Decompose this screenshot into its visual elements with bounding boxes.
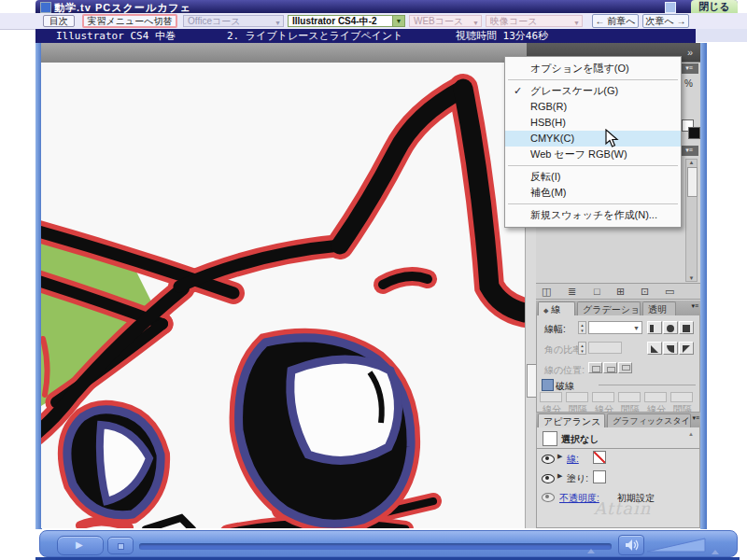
stroke-panel-flyout-icon[interactable]: ▾≡: [691, 302, 698, 310]
stroke-proxy-swatch[interactable]: [688, 127, 700, 139]
swatch-options-icon[interactable]: □: [594, 286, 600, 297]
menu-item-grayscale[interactable]: ✓グレースケール(G): [505, 83, 681, 99]
video-course-select[interactable]: 映像コース▼: [486, 15, 583, 27]
swatch-libraries-icon[interactable]: ◫: [542, 286, 551, 298]
expand-arrow-icon[interactable]: ▶: [557, 472, 562, 480]
visibility-eye-icon[interactable]: [542, 493, 555, 502]
menu-separator: [508, 165, 678, 166]
menu-item-cmyk[interactable]: CMYK(C): [505, 131, 681, 147]
stroke-none-swatch[interactable]: [593, 451, 606, 464]
miter-stepper[interactable]: ▴▾: [578, 342, 586, 355]
gap-input-1[interactable]: [566, 392, 588, 402]
stroke-attr-label[interactable]: 線:: [567, 453, 579, 466]
fill-attr-label[interactable]: 塗り:: [567, 472, 588, 485]
dash-input-1[interactable]: [540, 392, 562, 402]
next-chapter-button[interactable]: 次章へ →: [642, 14, 689, 28]
speaker-icon: [620, 537, 642, 553]
appearance-panel-flyout-icon[interactable]: ▾≡: [692, 414, 699, 422]
swatches-panel-flyout-icon[interactable]: ▾≡: [680, 146, 698, 156]
visibility-eye-icon[interactable]: [542, 474, 555, 483]
mute-button[interactable]: [618, 535, 644, 555]
illustrator-app-bar: [41, 43, 527, 63]
menu-item-complement[interactable]: 補色(M): [505, 185, 681, 201]
menu-item-hsb[interactable]: HSB(H): [505, 115, 681, 131]
mouse-cursor: [605, 129, 619, 148]
dashed-line-checkbox[interactable]: [542, 379, 554, 391]
delete-swatch-icon[interactable]: ▭: [665, 286, 674, 298]
swatches-icon-row: ◫ ≣ □ ⊞ ⊡ ▭: [536, 283, 700, 300]
new-color-group-icon[interactable]: ⊞: [616, 286, 625, 298]
scroll-down-icon[interactable]: ▼: [686, 275, 697, 281]
join-round-button[interactable]: [663, 342, 678, 355]
tab-stroke[interactable]: ◆ 線: [538, 301, 575, 315]
new-swatch-icon[interactable]: ⊡: [641, 286, 649, 298]
toolbar-filler: [696, 29, 747, 42]
minimize-icon[interactable]: [665, 2, 676, 13]
left-eye: [67, 410, 161, 515]
percent-label: %: [684, 78, 693, 89]
scrollbar-thumb[interactable]: [687, 167, 698, 197]
illustrator-course-select[interactable]: Illustrator CS4-中-2 ▼: [288, 15, 405, 27]
marker-triangle-icon: [587, 549, 595, 553]
cat-artwork: [41, 63, 525, 528]
prev-chapter-button[interactable]: ← 前章へ: [592, 14, 639, 28]
switch-menu-button[interactable]: 実習メニューへ切替: [82, 14, 177, 28]
stroke-weight-input[interactable]: ▼: [588, 321, 642, 334]
toc-button[interactable]: 目次: [43, 15, 75, 27]
web-course-select[interactable]: WEBコース▼: [409, 15, 482, 27]
menu-item-web-safe-rgb[interactable]: Web セーフ RGB(W): [505, 147, 681, 162]
cap-round-button[interactable]: [663, 321, 678, 334]
visibility-eye-icon[interactable]: [542, 455, 555, 464]
chevron-down-icon: ▼: [573, 18, 580, 27]
cap-butt-button[interactable]: [647, 321, 662, 334]
tab-transparency[interactable]: 透明: [642, 301, 676, 315]
join-miter-button[interactable]: [647, 342, 662, 355]
swatches-scrollbar[interactable]: ▲ ▼: [685, 159, 698, 282]
artboard-canvas[interactable]: [41, 63, 525, 528]
align-inside-button[interactable]: [603, 362, 617, 373]
play-icon: ▶: [76, 539, 83, 550]
align-center-button[interactable]: [588, 362, 602, 373]
color-panel-flyout-icon[interactable]: ▾≡: [680, 63, 698, 74]
seek-track[interactable]: [139, 543, 612, 550]
fill-white-swatch[interactable]: [593, 470, 606, 483]
watch-time: 視聴時間 13分46秒: [456, 29, 548, 43]
expand-arrow-icon[interactable]: ▶: [557, 453, 562, 460]
gap-input-2[interactable]: [618, 392, 641, 402]
scroll-up-icon[interactable]: ▲: [686, 160, 697, 165]
divider: [537, 448, 699, 449]
toolbar: 目次 実習メニューへ切替 Officeコース▼ Illustrator CS4-…: [0, 13, 747, 30]
miter-input[interactable]: [588, 342, 622, 354]
info-bar: Illustrator CS4 中巻 2. ライブトレースとライブペイント 視聴…: [35, 29, 696, 43]
tab-gradient[interactable]: グラデーション: [577, 301, 641, 315]
join-bevel-button[interactable]: [679, 342, 694, 355]
play-button[interactable]: ▶: [57, 536, 104, 555]
tab-graphic-styles[interactable]: グラフィックスタイル: [607, 413, 691, 427]
app-icon: [40, 2, 51, 13]
scroll-up-icon[interactable]: ▲: [688, 431, 694, 437]
chapter-title: 2. ライブトレースとライブペイント: [227, 29, 402, 43]
cap-projecting-button[interactable]: [679, 321, 694, 334]
swatch-kinds-icon[interactable]: ≣: [568, 286, 576, 298]
menu-item-rgb[interactable]: RGB(R): [505, 99, 681, 115]
align-outside-button[interactable]: [618, 362, 632, 373]
tab-appearance[interactable]: アピアランス: [538, 413, 605, 427]
appearance-panel-tabbar: アピアランス グラフィックスタイル ▾≡: [536, 413, 700, 427]
gap-input-3[interactable]: [670, 392, 693, 402]
volume-slider[interactable]: [647, 538, 707, 553]
collapse-dock-icon[interactable]: »: [687, 47, 693, 58]
tab-grip-icon: ◆: [543, 307, 548, 314]
chevron-down-icon[interactable]: ▼: [633, 325, 640, 331]
seek-thumb-button[interactable]: [107, 537, 134, 554]
office-course-select[interactable]: Officeコース▼: [183, 15, 284, 27]
menu-item-hide-options[interactable]: オプションを隠す(O): [505, 61, 681, 77]
close-button[interactable]: 閉じる: [691, 0, 738, 13]
stroke-weight-stepper[interactable]: ▴▾: [578, 321, 586, 334]
swatches-context-menu: オプションを隠す(O) ✓グレースケール(G) RGB(R) HSB(H) CM…: [504, 56, 682, 228]
dash-input-2[interactable]: [592, 392, 614, 402]
menu-separator: [508, 79, 678, 80]
dash-input-3[interactable]: [644, 392, 667, 402]
menu-item-create-new-swatch[interactable]: 新規スウォッチを作成(N)...: [505, 207, 681, 223]
stroke-panel-body: 線幅: ▴▾ ▼ 角の比率: ▴▾ 線の位置: 破線 線分 間隔 線分 間隔: [536, 315, 700, 413]
menu-item-invert[interactable]: 反転(I): [505, 169, 681, 185]
